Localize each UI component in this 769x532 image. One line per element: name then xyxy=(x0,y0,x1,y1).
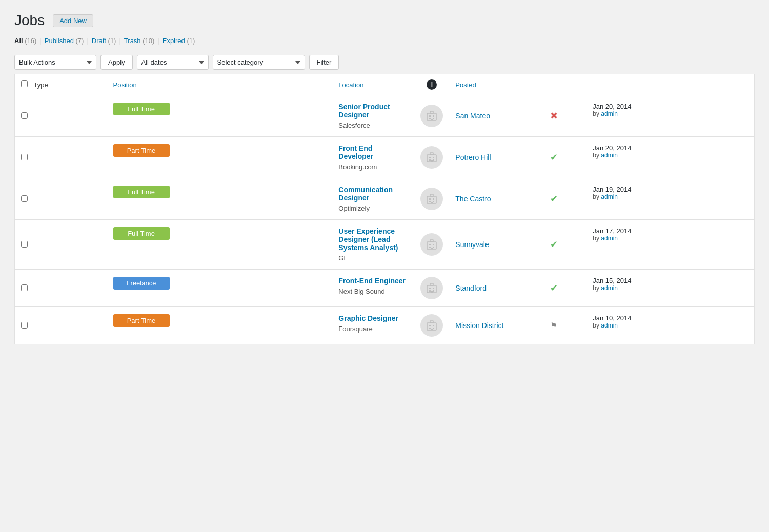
row-checkbox-cell xyxy=(15,137,107,178)
svg-rect-19 xyxy=(430,194,433,196)
position-cell: Front-End Engineer Next Big Sound xyxy=(332,270,414,307)
type-cell: Full Time xyxy=(107,95,333,137)
location-link[interactable]: San Mateo xyxy=(455,112,490,120)
apply-button[interactable]: Apply xyxy=(100,55,133,70)
type-cell: Part Time xyxy=(107,307,333,344)
svg-rect-33 xyxy=(430,283,433,285)
position-cell: User Experience Designer (Lead Systems A… xyxy=(332,220,414,270)
row-checkbox-4[interactable] xyxy=(21,284,28,291)
posted-by-link[interactable]: admin xyxy=(601,284,618,292)
table-row: Full Time Communication Designer Optimiz… xyxy=(15,178,755,220)
row-checkbox-5[interactable] xyxy=(21,322,28,329)
position-title[interactable]: User Experience Designer (Lead Systems A… xyxy=(338,227,408,252)
location-link[interactable]: The Castro xyxy=(455,195,491,203)
row-checkbox-cell xyxy=(15,307,107,344)
posted-by: by admin xyxy=(593,284,748,292)
posted-cell: Jan 19, 2014 by admin xyxy=(586,178,754,220)
svg-rect-6 xyxy=(431,119,433,120)
page-title: Jobs xyxy=(14,12,45,29)
posted-by: by admin xyxy=(593,322,748,329)
type-badge: Part Time xyxy=(113,144,170,157)
filter-trash[interactable]: Trash (10) xyxy=(124,37,154,45)
svg-rect-27 xyxy=(431,248,433,249)
bulk-actions-select[interactable]: Bulk Actions xyxy=(14,55,96,70)
type-badge: Part Time xyxy=(113,314,170,327)
posted-date: Jan 15, 2014 xyxy=(593,277,748,284)
position-company: Next Big Sound xyxy=(338,288,385,295)
posted-by-link[interactable]: admin xyxy=(601,152,618,159)
svg-rect-26 xyxy=(430,240,433,242)
location-cell: The Castro xyxy=(449,178,521,220)
svg-rect-9 xyxy=(433,157,434,158)
row-checkbox-cell xyxy=(15,95,107,137)
jobs-table: Type Position Location i Posted xyxy=(14,74,755,344)
position-title[interactable]: Front-End Engineer xyxy=(338,277,408,285)
position-company: Booking.com xyxy=(338,163,377,171)
svg-rect-34 xyxy=(431,291,433,293)
row-checkbox-2[interactable] xyxy=(21,195,28,202)
add-new-button[interactable]: Add New xyxy=(53,14,93,27)
posted-by: by admin xyxy=(593,235,748,242)
type-badge: Full Time xyxy=(113,227,170,240)
table-header: Type Position Location i Posted xyxy=(15,74,755,95)
filter-links: All (16) | Published (7) | Draft (1) | T… xyxy=(14,37,755,45)
location-sort-link[interactable]: Location xyxy=(338,81,363,89)
location-link[interactable]: Standford xyxy=(455,284,487,292)
status-flag-icon: ⚑ xyxy=(550,321,557,330)
select-all-checkbox[interactable] xyxy=(21,80,28,87)
filter-button[interactable]: Filter xyxy=(309,55,339,70)
svg-rect-16 xyxy=(433,198,434,200)
position-company: Foursquare xyxy=(338,325,372,333)
company-logo-cell xyxy=(414,307,449,344)
category-select[interactable]: Select category xyxy=(213,55,305,70)
location-link[interactable]: Potrero Hill xyxy=(455,153,491,161)
posted-by-link[interactable]: admin xyxy=(601,235,618,242)
row-checkbox-0[interactable] xyxy=(21,112,28,119)
row-checkbox-cell xyxy=(15,178,107,220)
type-cell: Full Time xyxy=(107,220,333,270)
posted-by-link[interactable]: admin xyxy=(601,322,618,329)
location-cell: San Mateo xyxy=(449,95,521,137)
svg-rect-31 xyxy=(429,290,431,292)
position-title[interactable]: Graphic Designer xyxy=(338,314,408,322)
row-checkbox-1[interactable] xyxy=(21,154,28,160)
type-badge: Full Time xyxy=(113,186,170,198)
table-row: Full Time Senior Product Designer Salesf… xyxy=(15,95,755,137)
status-approved-icon: ✔ xyxy=(550,194,558,204)
col-header-info: i xyxy=(414,74,449,95)
posted-date: Jan 19, 2014 xyxy=(593,186,748,193)
svg-rect-39 xyxy=(433,328,434,329)
company-logo xyxy=(420,233,443,256)
svg-rect-11 xyxy=(433,159,434,161)
location-link[interactable]: Mission District xyxy=(455,321,503,330)
row-checkbox-3[interactable] xyxy=(21,241,28,248)
posted-cell: Jan 20, 2014 by admin xyxy=(586,95,754,137)
status-rejected-icon: ✖ xyxy=(550,111,558,121)
position-title[interactable]: Senior Product Designer xyxy=(338,103,408,119)
position-title[interactable]: Front End Developer xyxy=(338,144,408,160)
position-sort-link[interactable]: Position xyxy=(113,81,137,89)
type-badge: Full Time xyxy=(113,103,170,115)
svg-rect-17 xyxy=(429,201,431,202)
company-logo xyxy=(420,146,443,169)
filter-published[interactable]: Published (7) xyxy=(45,37,84,45)
posted-cell: Jan 17, 2014 by admin xyxy=(586,220,754,270)
position-title[interactable]: Communication Designer xyxy=(338,186,408,202)
location-cell: Mission District xyxy=(449,307,521,344)
company-logo-cell xyxy=(414,95,449,137)
posted-sort-link[interactable]: Posted xyxy=(455,81,476,89)
status-approved-icon: ✔ xyxy=(550,283,558,293)
filter-all[interactable]: All (16) xyxy=(14,37,36,45)
col-header-posted: Posted xyxy=(449,74,521,95)
position-company: Salesforce xyxy=(338,121,370,129)
location-link[interactable]: Sunnyvale xyxy=(455,240,489,249)
posted-by-link[interactable]: admin xyxy=(601,110,618,117)
posted-by-link[interactable]: admin xyxy=(601,193,618,200)
col-type-label: Type xyxy=(34,81,48,89)
filter-expired[interactable]: Expired (1) xyxy=(163,37,195,45)
filter-draft[interactable]: Draft (1) xyxy=(92,37,116,45)
svg-rect-13 xyxy=(431,160,433,162)
svg-rect-38 xyxy=(429,328,431,329)
svg-rect-30 xyxy=(433,288,434,289)
dates-select[interactable]: All dates xyxy=(137,55,209,70)
